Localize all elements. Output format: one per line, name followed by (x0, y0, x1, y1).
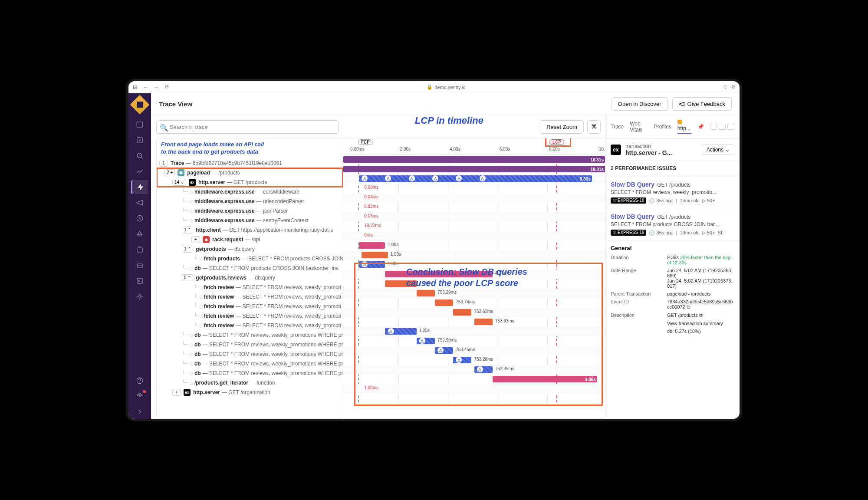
megaphone-icon (679, 101, 685, 107)
svg-point-7 (139, 296, 141, 298)
sidebar-toggle-icon[interactable]: ▤ (133, 84, 137, 90)
httpserver2-row[interactable]: +exhttp.server— GET /organization (157, 388, 343, 397)
reviews-row[interactable]: 5 ⌃getproducts.reviews— db.query (157, 273, 343, 283)
svg-point-9 (139, 396, 141, 397)
pin-icon[interactable]: 📌 (697, 124, 704, 130)
nav-settings-icon[interactable] (131, 289, 148, 303)
nav-activity-icon[interactable] (131, 211, 148, 225)
reload-icon[interactable]: ⟳ (165, 84, 169, 90)
nav-issues-icon[interactable] (131, 133, 148, 147)
nav-crons-icon[interactable] (131, 258, 148, 272)
db-review-row[interactable]: └─ ○db— SELECT * FROM reviews, weekly_pr… (157, 368, 343, 378)
nav-releases-icon[interactable] (131, 243, 148, 257)
httpserver-row[interactable]: 14 ⌄exhttp.server— GET /products (157, 178, 343, 187)
forward-icon[interactable]: → (154, 85, 159, 90)
db-review-row[interactable]: └─ ○db— SELECT * FROM reviews, weekly_pr… (157, 359, 343, 368)
db-review-row[interactable]: └─ ○db— SELECT * FROM reviews, weekly_pr… (157, 330, 343, 340)
httpclient-row[interactable]: 1 ⌃http.client— GET https://application-… (157, 225, 343, 235)
details-panel: Trace Web Vitals Profiles http... 📌 ex t… (605, 115, 740, 419)
db-row[interactable]: └─ ○db— SELECT * FROM products CROSS JOI… (157, 263, 343, 273)
db-review-row[interactable]: └─ ○db— SELECT * FROM reviews, weekly_pr… (157, 340, 343, 349)
nav-alerts-icon[interactable] (131, 227, 148, 241)
nav-projects-icon[interactable] (131, 118, 148, 132)
transaction-name: http.server - G... (625, 149, 697, 156)
svg-point-2 (137, 153, 142, 158)
tab-profiles[interactable]: Profiles (654, 122, 671, 132)
issue-card[interactable]: Slow DB QueryGET /products SELECT * FROM… (605, 176, 740, 208)
trace-tree-column: Front end page loads make an API call to… (157, 138, 343, 418)
nav-search-icon[interactable] (131, 149, 148, 163)
fetch-review-row[interactable]: └ ○fetch review— SELECT * FROM reviews, … (157, 311, 343, 321)
actions-button[interactable]: Actions ⌄ (702, 145, 734, 155)
view-summary-link[interactable]: View transaction summary (667, 321, 734, 326)
issue-card[interactable]: Slow DB QueryGET /products SELECT * FROM… (605, 208, 740, 240)
tab-trace[interactable]: Trace (611, 122, 624, 132)
tab-http[interactable]: http... (677, 118, 691, 136)
middleware-row[interactable]: └─ ○middleware.express.use— urlencodedPa… (157, 197, 343, 206)
nav-help-icon[interactable] (131, 374, 148, 388)
fcp-marker: FCP (358, 139, 373, 145)
nav-collapse-icon[interactable] (131, 405, 148, 419)
fetch-review-row[interactable]: └ ○fetch review— SELECT * FROM reviews, … (157, 283, 343, 292)
fetch-review-row[interactable]: └ ○fetch review— SELECT * FROM reviews, … (157, 302, 343, 311)
tabs-icon[interactable]: ⧉ (732, 84, 735, 90)
svg-rect-4 (137, 248, 142, 252)
fetch-review-row[interactable]: └ ○fetch review— SELECT * FROM reviews, … (157, 292, 343, 302)
back-icon[interactable]: ← (143, 85, 148, 90)
getproducts-row[interactable]: 1 ⌃getproducts— db.query (157, 244, 343, 254)
fetch-products-row[interactable]: └ ○fetch products— SELECT * FROM product… (157, 254, 343, 263)
middleware-row[interactable]: └─ ○middleware.express.use— sentryEventC… (157, 216, 343, 225)
url-text: demo.sentry.io (434, 85, 465, 90)
sidebar-nav (128, 93, 151, 419)
iterator-row[interactable]: └─ ○/products.get_iterator— function (157, 378, 343, 388)
page-header: Trace View Open in Discover Give Feedbac… (151, 93, 740, 115)
svg-rect-0 (137, 122, 143, 127)
give-feedback-button[interactable]: Give Feedback (672, 97, 732, 111)
lock-icon: 🔒 (427, 84, 433, 90)
browser-chrome-bar: ▤ ← → ⟳ 🔒 demo.sentry.io ⇪ ⧉ (128, 81, 740, 93)
sentry-logo[interactable] (130, 95, 149, 114)
lcp-marker: LCP (549, 139, 564, 145)
transaction-badge: ex (611, 145, 621, 155)
issues-header: 2 PERFORMANCE ISSUES (605, 161, 740, 176)
annotation-frontend-note: Front end page loads make an API call to… (157, 138, 343, 158)
general-title: General (611, 245, 734, 251)
nav-announce-icon[interactable] (131, 196, 148, 210)
fetch-review-row[interactable]: └ ○fetch review— SELECT * FROM reviews, … (157, 321, 343, 330)
trace-root-row[interactable]: 1Trace— 6b9bfd62710a45c9b7451f19e8ed3061 (157, 158, 343, 168)
parent-transaction-link[interactable]: pageload - /products (667, 291, 734, 296)
search-icon: 🔍 (160, 124, 168, 132)
share-icon[interactable]: ⇪ (723, 84, 727, 90)
db-review-row[interactable]: └─ ○db— SELECT * FROM reviews, weekly_pr… (157, 349, 343, 359)
layout-icon[interactable] (727, 124, 734, 130)
reset-zoom-button[interactable]: Reset Zoom (540, 120, 584, 134)
nav-stats-icon[interactable] (131, 274, 148, 288)
nav-broadcast-icon[interactable] (131, 389, 148, 403)
search-input[interactable] (156, 120, 339, 134)
timeline-column[interactable]: FCP LCP 0.00ms 2.00s 4.00s 6.00s 8.00s 1… (343, 138, 605, 418)
open-discover-button[interactable]: Open in Discover (612, 97, 668, 111)
rack-row[interactable]: +◆rack.request— /api (157, 235, 343, 244)
middleware-row[interactable]: └─ ○middleware.express.use— jsonParser (157, 206, 343, 216)
nav-performance-icon[interactable] (131, 180, 148, 194)
page-title: Trace View (159, 100, 192, 108)
tab-vitals[interactable]: Web Vitals (630, 119, 648, 135)
layout-icon[interactable] (710, 124, 717, 130)
layout-icon[interactable] (719, 124, 726, 130)
transaction-type: transaction (625, 143, 697, 149)
annotation-lcp-timeline: LCP in timeline (415, 115, 483, 126)
pageload-row[interactable]: 2 +⬢pageload— /products (157, 168, 343, 178)
svg-rect-5 (137, 264, 142, 268)
keyboard-shortcut: ⌘ (587, 120, 601, 134)
middleware-row[interactable]: └─ ○middleware.express.use— corsMiddlewa… (157, 187, 343, 197)
nav-dashboards-icon[interactable] (131, 164, 148, 178)
